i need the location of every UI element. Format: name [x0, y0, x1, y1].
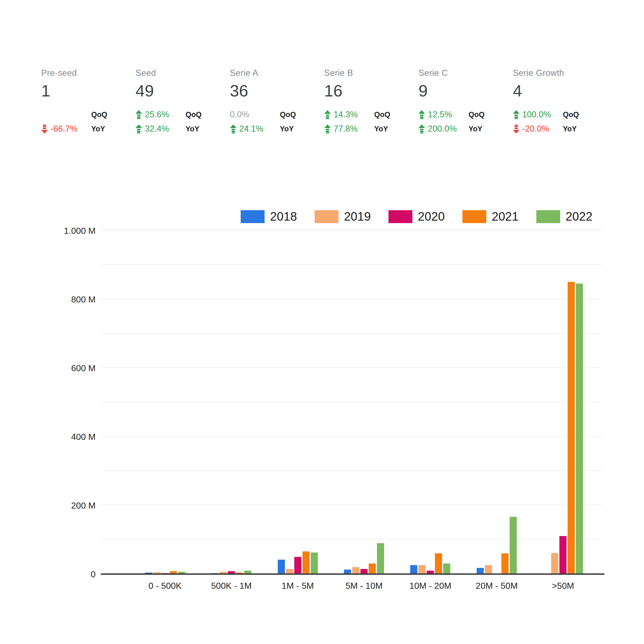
legend-label: 2022 — [566, 210, 593, 223]
legend-label: 2020 — [418, 210, 445, 223]
chart-legend: 20182019202020212022 — [241, 210, 592, 223]
kpi-value: 16 — [324, 81, 418, 100]
x-tick-label: 20M - 50M — [463, 581, 530, 591]
bar-chart-plot-area — [101, 230, 602, 574]
trend-value-box: 100.0% — [513, 110, 559, 120]
legend-item-2019[interactable]: 2019 — [315, 210, 371, 223]
kpi-row: Pre-seed1QoQ-66.7%YoYSeed4925.6%QoQ32.4%… — [41, 68, 607, 136]
trend-label: YoY — [563, 125, 577, 133]
kpi-title: Serie Growth — [513, 68, 607, 78]
bar-2020[interactable] — [360, 569, 368, 574]
trend-value-box: 32.4% — [135, 124, 182, 134]
trend-value: 14.3% — [334, 110, 358, 120]
up-arrow-icon — [418, 110, 425, 119]
bar-2019[interactable] — [352, 567, 359, 574]
legend-item-2021[interactable]: 2021 — [462, 210, 519, 223]
up-arrow-icon — [418, 124, 425, 134]
bar-group-7 — [530, 230, 596, 574]
bar-2018[interactable] — [477, 568, 484, 574]
bar-2021[interactable] — [435, 553, 442, 574]
trend-label: YoY — [185, 125, 199, 133]
trend-label: QoQ — [374, 110, 390, 119]
bar-2019[interactable] — [551, 553, 558, 574]
trend-row-qoq: 12.5%QoQ — [418, 107, 513, 122]
down-arrow-icon — [513, 124, 520, 134]
kpi-title: Serie A — [230, 68, 324, 78]
bar-2021[interactable] — [501, 553, 509, 574]
y-tick-label: 400 M — [33, 432, 96, 442]
bar-group-4 — [331, 230, 397, 574]
bar-2019[interactable] — [418, 565, 426, 574]
trend-row-yoy: 200.0%YoY — [418, 122, 513, 136]
kpi-card: Serie C912.5%QoQ200.0%YoY — [418, 68, 513, 136]
trend-row-yoy: 24.1%YoY — [230, 122, 324, 136]
trend-row-yoy: -20.0%YoY — [513, 122, 607, 136]
up-arrow-icon — [135, 124, 142, 134]
trend-value-box: 12.5% — [418, 110, 465, 120]
trend-value: -20.0% — [522, 124, 549, 134]
trend-value-box: 77.8% — [324, 124, 370, 134]
trend-value: 25.6% — [145, 110, 169, 120]
trend-value-box: 14.3% — [324, 110, 370, 120]
trend-label: QoQ — [563, 110, 579, 119]
bar-2018[interactable] — [344, 570, 351, 574]
legend-label: 2019 — [344, 210, 371, 223]
up-arrow-icon — [230, 124, 237, 134]
legend-swatch — [462, 210, 486, 223]
kpi-value: 49 — [135, 81, 230, 100]
kpi-card: Serie B1614.3%QoQ77.8%YoY — [324, 68, 418, 136]
trend-value: 12.5% — [428, 110, 452, 120]
legend-label: 2021 — [492, 210, 519, 223]
bar-2022[interactable] — [377, 543, 384, 574]
bar-2019[interactable] — [485, 565, 492, 574]
y-tick-label: 1.000 M — [33, 226, 96, 236]
trend-label: YoY — [468, 125, 482, 133]
trend-value-box: 0.0% — [230, 110, 276, 120]
kpi-card: Serie Growth4100.0%QoQ-20.0%YoY — [513, 68, 607, 136]
trend-row-qoq: 25.6%QoQ — [135, 107, 230, 122]
trend-value-box: -20.0% — [513, 124, 559, 134]
bar-2021[interactable] — [369, 563, 376, 574]
x-tick-label: >50M — [530, 581, 596, 591]
trend-label: QoQ — [468, 110, 485, 119]
trend-value: 77.8% — [334, 124, 358, 134]
bar-2019[interactable] — [286, 569, 293, 574]
bar-2018[interactable] — [410, 565, 417, 574]
legend-item-2018[interactable]: 2018 — [241, 210, 297, 223]
y-axis-tick-labels: 0200 M400 M600 M800 M1.000 M — [33, 0, 96, 644]
trend-row-qoq: 14.3%QoQ — [324, 107, 418, 122]
up-arrow-icon — [135, 110, 142, 119]
bar-2022[interactable] — [311, 553, 318, 574]
trend-label: YoY — [280, 125, 294, 133]
bar-group-5 — [397, 230, 463, 574]
trend-value-box: 25.6% — [135, 110, 182, 120]
bar-2020[interactable] — [559, 536, 567, 574]
trend-value-box: 200.0% — [418, 124, 465, 134]
legend-swatch — [241, 210, 265, 223]
bar-2018[interactable] — [278, 560, 285, 574]
legend-item-2020[interactable]: 2020 — [388, 210, 445, 223]
trend-row-qoq: 0.0%QoQ — [230, 107, 324, 122]
kpi-title: Seed — [135, 68, 230, 78]
bar-2021[interactable] — [568, 282, 575, 574]
trend-label: YoY — [374, 125, 388, 133]
x-tick-label: 0 - 500K — [132, 581, 198, 591]
bar-2020[interactable] — [294, 557, 301, 574]
trend-label: QoQ — [185, 110, 202, 119]
bar-group-1 — [132, 230, 198, 574]
bar-2022[interactable] — [443, 563, 450, 574]
kpi-value: 36 — [230, 81, 324, 100]
bar-group-3 — [265, 230, 331, 574]
trend-value: 24.1% — [239, 124, 263, 134]
trend-value-box: 24.1% — [230, 124, 276, 134]
x-tick-label: 1M - 5M — [265, 581, 331, 591]
bars-layer — [132, 230, 596, 574]
bar-2021[interactable] — [302, 551, 310, 574]
kpi-card: Seed4925.6%QoQ32.4%YoY — [135, 68, 230, 136]
legend-swatch — [536, 210, 560, 223]
bar-2022[interactable] — [510, 517, 517, 574]
up-arrow-icon — [513, 110, 520, 119]
bar-2022[interactable] — [576, 284, 583, 574]
legend-item-2022[interactable]: 2022 — [536, 210, 593, 223]
trend-row-yoy: 32.4%YoY — [135, 122, 230, 136]
